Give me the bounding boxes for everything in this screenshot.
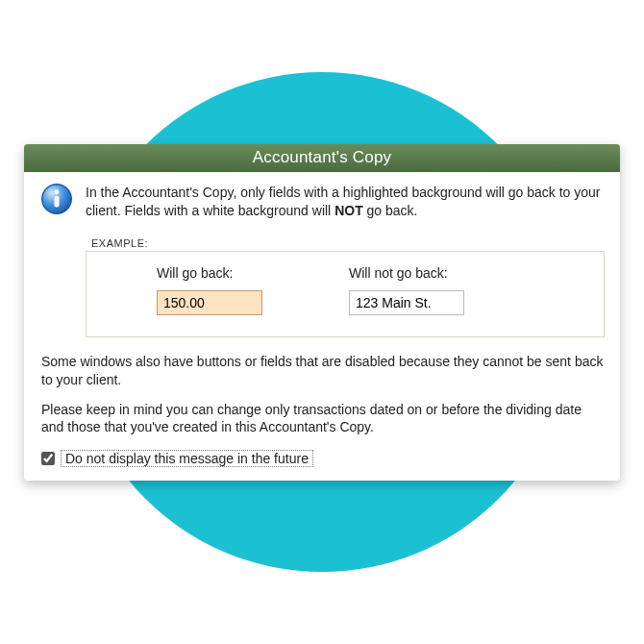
example-block: EXAMPLE: Will go back: Will not go back: [86, 237, 605, 337]
paragraph-disabled-note: Some windows also have buttons or fields… [41, 353, 605, 389]
will-go-back-field [157, 290, 262, 315]
do-not-display-row: Do not display this message in the futur… [41, 450, 605, 467]
will-not-go-back-field [349, 290, 464, 315]
example-label: EXAMPLE: [91, 237, 605, 249]
do-not-display-checkbox[interactable] [41, 452, 55, 465]
intro-row: In the Accountant's Copy, only fields wi… [39, 182, 605, 220]
will-not-go-back-label: Will not go back: [349, 265, 541, 281]
paragraph-dividing-date-note: Please keep in mind you can change only … [41, 401, 605, 437]
will-go-back-label: Will go back: [157, 265, 349, 281]
dialog-title-bar: Accountant's Copy [24, 144, 620, 172]
example-box: Will go back: Will not go back: [86, 251, 605, 337]
example-col-will-go-back: Will go back: [157, 265, 349, 315]
info-icon [39, 182, 74, 216]
intro-text-after: go back. [363, 203, 418, 218]
dialog-title: Accountant's Copy [253, 148, 392, 166]
intro-text: In the Accountant's Copy, only fields wi… [86, 182, 605, 220]
example-col-will-not-go-back: Will not go back: [349, 265, 541, 315]
svg-point-1 [55, 189, 60, 194]
do-not-display-label[interactable]: Do not display this message in the futur… [61, 450, 313, 467]
intro-text-bold: NOT [334, 203, 363, 218]
svg-rect-2 [54, 196, 59, 208]
accountants-copy-dialog: Accountant's Copy [24, 144, 620, 481]
dialog-content: In the Accountant's Copy, only fields wi… [24, 172, 620, 481]
